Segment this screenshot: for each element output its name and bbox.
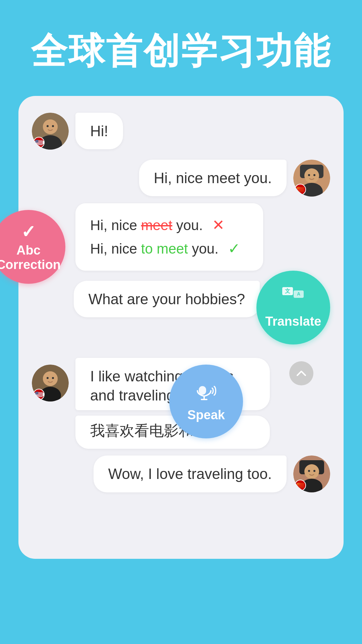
speak-label: Speak xyxy=(187,408,225,422)
message-row-wow: Wow, I love traveling too. xyxy=(32,455,330,492)
bubble-movies-text-2: and traveling. xyxy=(90,387,179,404)
bubble-hobbies: What are your hobbies? xyxy=(74,281,260,317)
bubble-hobbies-text: What are your hobbies? xyxy=(88,291,245,307)
svg-point-4 xyxy=(47,125,49,127)
correction-right-words: to meet xyxy=(141,241,188,257)
flag-us-1 xyxy=(33,137,45,148)
translate-svg: 文 A xyxy=(282,286,305,307)
bubble-chinese: 我喜欢看电影和 xyxy=(75,416,270,449)
abc-correction-check-icon: ✓ xyxy=(21,222,36,242)
correction-wrong-word: meet xyxy=(141,217,172,233)
svg-point-20 xyxy=(47,377,49,379)
avatar-male-2 xyxy=(32,365,69,401)
bubble-wow: Wow, I love traveling too. xyxy=(94,455,287,492)
abc-correction-label: Abc xyxy=(16,243,41,258)
speak-feature[interactable]: Speak xyxy=(169,365,243,438)
correction-wrong-line: Hi, nice meet you. ✕ xyxy=(90,213,248,237)
svg-text:A: A xyxy=(297,291,300,297)
scroll-up-icon xyxy=(295,367,307,379)
message-row-hi: Hi! xyxy=(32,113,330,150)
page-background: 全球首创学习功能 ✓ Abc Abc Correction Correction xyxy=(0,0,362,559)
correction-right-line: Hi, nice to meet you. ✓ xyxy=(90,237,248,260)
svg-rect-22 xyxy=(199,386,206,395)
svg-point-28 xyxy=(308,470,310,472)
flag-us-2 xyxy=(33,389,45,400)
abc-correction-text: Correction xyxy=(0,258,61,272)
speak-icon xyxy=(195,380,217,405)
svg-text:文: 文 xyxy=(285,288,290,294)
bubble-hi: Hi! xyxy=(75,113,123,149)
avatar-male-1 xyxy=(32,113,69,150)
svg-point-19 xyxy=(43,371,58,386)
abc-correction-feature[interactable]: ✓ Abc Abc Correction Correction xyxy=(0,210,65,284)
svg-point-9 xyxy=(308,174,310,176)
svg-point-10 xyxy=(313,174,315,176)
flag-cn-1 xyxy=(295,184,306,195)
speak-svg xyxy=(195,381,217,400)
header-section: 全球首创学习功能 xyxy=(0,0,362,96)
chat-card: ✓ Abc Abc Correction Correction H xyxy=(18,96,344,559)
avatar-female-2 xyxy=(293,455,330,492)
translate-label: Translate xyxy=(265,314,321,329)
bubble-hi-text: Hi! xyxy=(90,123,108,139)
message-row-movies: I like watching movies and traveling. 我喜… xyxy=(32,358,330,449)
avatar-female-1 xyxy=(293,160,330,197)
svg-point-3 xyxy=(43,119,58,134)
message-row-hobbies: What are your hobbies? 文 A Translate xyxy=(32,281,330,344)
bubble-wow-text: Wow, I love traveling too. xyxy=(108,466,272,482)
header-title: 全球首创学习功能 xyxy=(0,27,362,76)
bubble-nice-meet-text: Hi, nice meet you. xyxy=(154,170,272,186)
correction-box: Hi, nice meet you. ✕ Hi, nice to meet yo… xyxy=(75,203,263,271)
svg-point-27 xyxy=(304,464,319,479)
svg-point-29 xyxy=(313,470,315,472)
translate-feature[interactable]: 文 A Translate xyxy=(256,271,330,344)
svg-point-5 xyxy=(52,125,54,127)
message-row-nice-meet: Hi, nice meet you. xyxy=(75,160,330,197)
cross-icon: ✕ xyxy=(212,217,225,233)
translate-icon: 文 A xyxy=(282,286,305,312)
scroll-up-button[interactable] xyxy=(289,361,313,385)
bubble-nice-meet: Hi, nice meet you. xyxy=(139,160,287,196)
check-icon: ✓ xyxy=(228,240,240,257)
svg-point-8 xyxy=(304,168,319,183)
svg-point-21 xyxy=(52,377,54,379)
